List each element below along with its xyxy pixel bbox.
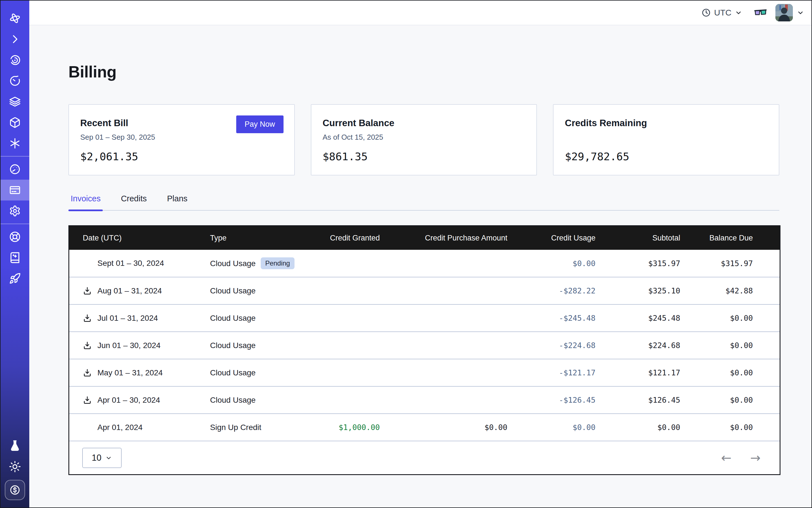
prev-page-button[interactable]: ← [721,452,731,464]
settings-gear-icon[interactable] [1,201,29,221]
main-content: Billing Recent Bill Sep 01 – Sep 30, 202… [29,25,811,507]
chevron-right-icon[interactable] [1,29,29,50]
credit-usage-value: $0.00 [507,250,596,277]
credits-dollar-icon [9,484,21,496]
tab-invoices[interactable]: Invoices [69,194,103,210]
credits-dollar-button[interactable] [5,480,25,500]
credits-remaining-card: Credits Remaining $29,782.65 [553,104,779,175]
credit-granted-value [299,332,380,359]
theme-sun-icon[interactable] [1,456,29,477]
recent-bill-amount: $2,061.35 [80,151,284,163]
table-header-row: Date (UTC) Type Credit Granted Credit Pu… [69,226,780,250]
flask-icon[interactable] [1,435,29,456]
download-invoice-button[interactable] [83,368,92,377]
credit-granted-value [299,304,380,332]
topbar: UTC [29,1,811,25]
subtotal-value: $121.17 [596,359,680,386]
balance-due-value: $0.00 [680,386,780,414]
col-date: Date (UTC) [69,226,210,250]
history-timer-icon[interactable] [1,71,29,91]
user-avatar[interactable] [775,4,793,22]
col-credit-usage: Credit Usage [507,226,596,250]
tab-plans[interactable]: Plans [165,194,190,210]
balance-due-value: $0.00 [680,414,780,441]
invoice-date: Jul 01 – 31, 2024 [97,314,158,323]
invoice-row: Jul 01 – 31, 2024 Cloud Usage -$245.48 $… [69,304,780,332]
invoice-row: Sept 01 – 30, 2024 Cloud UsagePending $0… [69,250,780,277]
tab-credits[interactable]: Credits [119,194,149,210]
credit-purchase-value [380,359,507,386]
timezone-label: UTC [714,8,731,17]
card-subtitle [565,133,768,142]
col-subtotal: Subtotal [596,226,680,250]
invoice-type: Sign Up Credit [210,414,299,441]
balance-due-value: $0.00 [680,304,780,332]
download-icon [83,396,92,405]
chevron-down-icon [735,9,742,16]
balance-due-value: $315.97 [680,250,780,277]
gauge-icon[interactable] [1,159,29,180]
status-badge: Pending [261,257,295,269]
download-invoice-button[interactable] [83,314,92,323]
invoice-row: Jun 01 – 30, 2024 Cloud Usage -$224.68 $… [69,332,780,359]
layers-icon[interactable] [1,91,29,112]
3d-glasses-toggle[interactable] [754,7,768,18]
subtotal-value: $0.00 [596,414,680,441]
table-pagination: 10 ← → [69,441,780,474]
invoice-type: Cloud Usage [210,332,299,359]
sidebar-bottom-group [1,435,29,507]
invoice-row: Apr 01, 2024 Sign Up Credit $1,000.00 $0… [69,414,780,441]
invoice-date: Aug 01 – 31, 2024 [97,286,162,295]
current-balance-amount: $861.35 [323,151,526,163]
download-invoice-button[interactable] [83,396,92,405]
credit-usage-value: -$126.45 [507,386,596,414]
credit-usage-value: -$245.48 [507,304,596,332]
invoice-type: Cloud Usage [210,304,299,332]
chevron-down-icon [105,455,112,461]
download-invoice-button[interactable] [83,341,92,350]
subtotal-value: $224.68 [596,332,680,359]
timezone-selector[interactable]: UTC [701,8,742,17]
orbit-logo-icon[interactable] [1,8,29,29]
download-icon [83,286,92,295]
summary-cards: Recent Bill Sep 01 – Sep 30, 2025 $2,061… [69,104,779,175]
sidebar [1,1,29,507]
subtotal-value: $245.48 [596,304,680,332]
invoice-date: Sept 01 – 30, 2024 [97,259,164,268]
credit-granted-value [299,277,380,304]
app-window: UTC Billin [0,0,812,508]
asterisk-icon[interactable] [1,133,29,154]
download-icon [83,341,92,350]
subtotal-value: $126.45 [596,386,680,414]
rocket-icon[interactable] [1,268,29,289]
next-page-button[interactable]: → [750,452,761,464]
balance-due-value: $0.00 [680,359,780,386]
spiral-icon[interactable] [1,50,29,71]
lifebuoy-icon[interactable] [1,226,29,247]
credit-usage-value: $0.00 [507,414,596,441]
download-invoice-button[interactable] [83,286,92,295]
cube-icon[interactable] [1,112,29,133]
credits-remaining-amount: $29,782.65 [565,151,768,163]
download-icon [83,368,92,377]
col-balance-due: Balance Due [680,226,780,250]
pay-now-button[interactable]: Pay Now [236,116,284,133]
subtotal-value: $315.97 [596,250,680,277]
docs-book-icon[interactable] [1,247,29,268]
credit-granted-value [299,250,380,277]
credit-usage-value: -$224.68 [507,332,596,359]
page-size-select[interactable]: 10 [82,448,122,468]
balance-due-value: $0.00 [680,332,780,359]
pagination-arrows: ← → [721,452,761,464]
sidebar-divider [1,223,29,224]
subtotal-value: $325.10 [596,277,680,304]
billing-tabs: Invoices Credits Plans [69,194,779,211]
col-credit-purchase: Credit Purchase Amount [380,226,507,250]
account-menu-button[interactable] [797,9,804,16]
invoice-type: Cloud Usage [210,359,299,386]
clock-icon [701,8,711,17]
credit-purchase-value [380,332,507,359]
credit-granted-value [299,359,380,386]
billing-card-icon[interactable] [1,180,29,201]
col-type: Type [210,226,299,250]
